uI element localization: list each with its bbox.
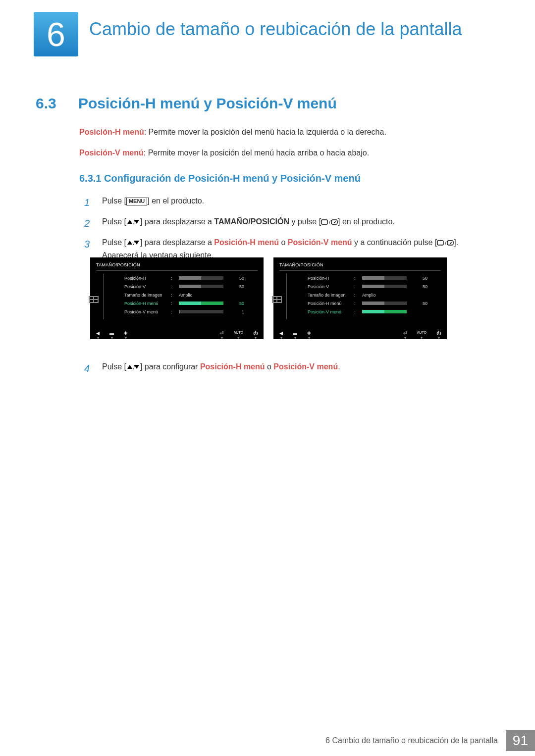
step3-target-2: Posición-V menú [288, 238, 352, 247]
back-icon: ◀ [279, 331, 283, 336]
enter-icon: ⏎ [220, 331, 224, 336]
intro-term-1: Posición-H menú [79, 128, 144, 136]
menu-icon: MENU [126, 198, 147, 205]
intro-desc-2: : Permite mover la posición del menú hac… [144, 149, 369, 157]
power-icon: ⏻ [253, 331, 258, 336]
svg-text:/: / [445, 240, 447, 246]
svg-marker-12 [127, 365, 132, 369]
up-down-icon: / [126, 364, 140, 371]
back-icon: ◀ [96, 331, 100, 336]
step-number: 1 [84, 195, 93, 210]
intro-block: Posición-H menú: Permite mover la posici… [79, 126, 495, 168]
power-icon: ⏻ [436, 331, 441, 336]
step-1: 1 Pulse [MENU] en el producto. [84, 195, 495, 210]
svg-rect-9 [437, 241, 443, 245]
enter-icon: ⏎ [403, 331, 407, 336]
intro-desc-1: : Permite mover la posición del menú hac… [144, 128, 386, 136]
svg-rect-3 [321, 220, 327, 224]
svg-marker-0 [127, 220, 132, 224]
enter-icon: / [321, 219, 338, 226]
auto-label: AUTO [234, 331, 243, 336]
chapter-number: 6 [47, 17, 65, 51]
osd-panel-v: TAMAÑO/POSICIÓN Posición-H:50 Posición-V… [273, 257, 447, 339]
step-number: 4 [84, 360, 93, 376]
osd-title: TAMAÑO/POSICIÓN [96, 262, 258, 267]
step2-target: TAMAÑO/POSICIÓN [214, 217, 289, 226]
page-number: 91 [506, 730, 535, 751]
svg-rect-5 [331, 220, 337, 224]
svg-text:/: / [329, 219, 331, 225]
minus-icon: ▬ [293, 331, 297, 336]
osd-highlight-h: Posición-H menú [124, 301, 167, 306]
section-number: 6.3 [36, 95, 56, 112]
chapter-title: Cambio de tamaño o reubicación de la pan… [89, 18, 500, 40]
osd-highlight-v: Posición-V menú [308, 309, 350, 314]
svg-marker-2 [134, 220, 139, 224]
osd-panel-h: TAMAÑO/POSICIÓN Posición-H:50 Posición-V… [90, 257, 264, 339]
osd-panels: TAMAÑO/POSICIÓN Posición-H:50 Posición-V… [90, 257, 447, 339]
up-down-icon: / [126, 219, 140, 226]
footer-text: 6 Cambio de tamaño o reubicación de la p… [318, 730, 506, 751]
footer: 6 Cambio de tamaño o reubicación de la p… [318, 730, 535, 751]
plus-icon: ✚ [307, 331, 311, 336]
svg-marker-8 [134, 241, 139, 245]
svg-rect-11 [447, 241, 453, 245]
subsection-title: 6.3.1 Configuración de Posición-H menú y… [79, 173, 361, 184]
svg-marker-6 [127, 241, 132, 245]
svg-marker-14 [134, 365, 139, 369]
step-4: 4 Pulse [/] para configurar Posición-H m… [84, 360, 495, 376]
osd-category-icon [272, 296, 282, 303]
minus-icon: ▬ [109, 331, 114, 336]
step-number: 2 [84, 215, 93, 231]
intro-term-2: Posición-V menú [79, 149, 144, 157]
step4-target-2: Posición-V menú [273, 362, 338, 371]
auto-label: AUTO [417, 331, 427, 336]
step4-target-1: Posición-H menú [200, 362, 265, 371]
enter-icon: / [437, 240, 454, 247]
osd-title: TAMAÑO/POSICIÓN [279, 262, 441, 267]
up-down-icon: / [126, 240, 140, 247]
chapter-number-box: 6 [34, 12, 78, 56]
step-2: 2 Pulse [/] para desplazarse a TAMAÑO/PO… [84, 215, 495, 231]
section-title: Posición-H menú y Posición-V menú [78, 95, 337, 112]
step3-target-1: Posición-H menú [214, 238, 279, 247]
plus-icon: ✚ [124, 331, 128, 336]
osd-category-icon [89, 296, 99, 303]
